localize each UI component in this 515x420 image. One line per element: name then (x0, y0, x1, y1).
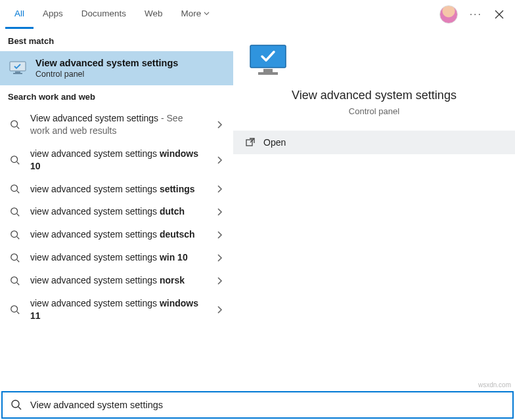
open-icon (245, 137, 256, 148)
body: Best match View advanced system settings… (0, 30, 515, 390)
chevron-right-icon[interactable] (212, 231, 227, 239)
chevron-right-icon[interactable] (212, 277, 227, 285)
chevron-right-icon[interactable] (212, 156, 227, 164)
close-icon (494, 9, 504, 20)
result-text: view advanced system settings windows 11 (30, 297, 204, 322)
result-text: view advanced system settings norsk (30, 274, 204, 287)
best-match-subtitle: Control panel (35, 70, 178, 79)
tab-label: Web (145, 9, 163, 18)
avatar[interactable] (439, 5, 458, 24)
chevron-down-icon (204, 10, 210, 16)
more-options-icon[interactable]: ··· (470, 9, 482, 20)
tab-label: More (181, 9, 202, 18)
tabs: All Apps Documents Web More (5, 0, 219, 29)
svg-rect-14 (246, 140, 252, 146)
search-result[interactable]: view advanced system settings settings (0, 178, 233, 201)
svg-point-8 (11, 253, 18, 260)
search-result[interactable]: view advanced system settings dutch (0, 200, 233, 223)
header-right: ··· (439, 5, 510, 24)
close-button[interactable] (494, 9, 504, 20)
svg-point-15 (12, 400, 19, 408)
search-icon (8, 304, 22, 315)
best-match-title: View advanced system settings (35, 58, 178, 68)
search-result[interactable]: View advanced system settings - See work… (0, 107, 233, 142)
best-match-item[interactable]: View advanced system settings Control pa… (0, 51, 233, 85)
search-icon (8, 230, 22, 240)
result-text: view advanced system settings windows 10 (30, 148, 204, 173)
svg-point-10 (11, 306, 18, 312)
tab-documents[interactable]: Documents (72, 0, 135, 29)
svg-rect-13 (258, 72, 278, 75)
monitor-icon (246, 43, 502, 79)
results-list: View advanced system settings - See work… (0, 107, 233, 327)
svg-rect-2 (13, 73, 22, 74)
search-result[interactable]: view advanced system settings windows 11 (0, 292, 233, 327)
svg-point-3 (11, 121, 18, 127)
tab-label: All (14, 9, 24, 18)
svg-rect-12 (263, 69, 273, 72)
search-bar[interactable] (1, 391, 514, 419)
search-icon (11, 399, 22, 411)
result-text: view advanced system settings win 10 (30, 251, 204, 264)
result-text: view advanced system settings dutch (30, 205, 204, 218)
search-input[interactable] (30, 400, 504, 410)
result-text: view advanced system settings deutsch (30, 228, 204, 241)
svg-rect-11 (250, 45, 286, 68)
open-action[interactable]: Open (233, 131, 515, 154)
tab-more[interactable]: More (172, 0, 219, 29)
svg-rect-1 (15, 72, 20, 73)
best-match-text: View advanced system settings Control pa… (35, 58, 178, 79)
watermark: wsxdn.com (478, 381, 511, 388)
search-icon (8, 119, 22, 130)
result-text: view advanced system settings settings (30, 183, 204, 196)
open-label: Open (263, 137, 286, 148)
results-panel: Best match View advanced system settings… (0, 30, 233, 390)
result-text: View advanced system settings - See work… (30, 112, 204, 137)
header: All Apps Documents Web More ··· (0, 0, 515, 30)
tab-label: Documents (81, 9, 126, 18)
chevron-right-icon[interactable] (212, 208, 227, 216)
search-icon (8, 253, 22, 263)
monitor-icon (8, 60, 28, 76)
preview-subtitle: Control panel (246, 106, 502, 116)
search-result[interactable]: view advanced system settings windows 10 (0, 142, 233, 178)
best-match-label: Best match (0, 30, 233, 51)
web-results-label: Search work and web (0, 85, 233, 107)
search-icon (8, 207, 22, 217)
svg-point-6 (11, 208, 18, 215)
tab-apps[interactable]: Apps (34, 0, 72, 29)
search-icon (8, 276, 22, 286)
svg-point-7 (11, 231, 18, 238)
search-icon (8, 184, 22, 194)
svg-point-5 (11, 185, 18, 192)
svg-point-9 (11, 276, 18, 283)
tab-web[interactable]: Web (135, 0, 172, 29)
search-icon (8, 155, 22, 165)
tab-all[interactable]: All (5, 0, 34, 29)
svg-point-4 (11, 156, 18, 162)
search-result[interactable]: view advanced system settings deutsch (0, 223, 233, 246)
search-result[interactable]: view advanced system settings win 10 (0, 246, 233, 269)
chevron-right-icon[interactable] (212, 121, 227, 129)
chevron-right-icon[interactable] (212, 306, 227, 314)
preview: View advanced system settings Control pa… (233, 39, 515, 131)
search-result[interactable]: view advanced system settings norsk (0, 269, 233, 292)
chevron-right-icon[interactable] (212, 254, 227, 262)
preview-title: View advanced system settings (246, 89, 502, 102)
tab-label: Apps (43, 9, 63, 18)
preview-panel: View advanced system settings Control pa… (233, 30, 515, 390)
chevron-right-icon[interactable] (212, 185, 227, 193)
